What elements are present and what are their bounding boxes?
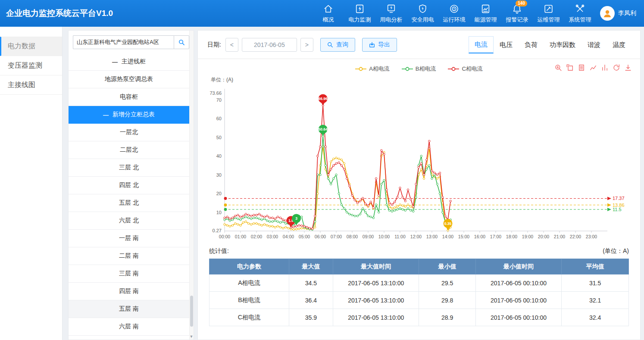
tree-item[interactable]: 二层北 [69, 141, 189, 159]
export-button[interactable]: 导出 [362, 38, 397, 52]
device-tree-panel: —主进线柜地源热泵空调总表电容柜—新增分立柜总表一层北二层北三层 北四层 北五层… [68, 30, 194, 340]
zoom-reset-button[interactable] [566, 64, 573, 73]
search-icon [327, 42, 333, 48]
search-input[interactable] [73, 35, 174, 49]
tree-item-label: 六层 南 [119, 323, 139, 331]
tab-item[interactable]: 负荷 [519, 37, 544, 53]
safe-power-icon [417, 3, 428, 14]
legend-label: C相电流 [462, 65, 482, 73]
date-input[interactable]: 2017-06-05 [242, 38, 297, 52]
table-cell: 31.5 [562, 274, 629, 292]
stats-table: 电力参数最大值最大值时间最小值最小值时间平均值 A相电流34.52017-06-… [209, 259, 629, 326]
legend-marker-icon [402, 67, 413, 71]
tab-item[interactable]: 电流 [469, 36, 494, 53]
nav-item-label: 安全用电 [412, 16, 434, 24]
tab-item[interactable]: 温度 [606, 37, 631, 53]
tree-search-row [73, 35, 189, 49]
nav-item-alarm[interactable]: 140报警记录 [501, 0, 533, 27]
download-icon [625, 64, 631, 71]
svg-text:0.35: 0.35 [444, 221, 452, 226]
table-cell: 32.1 [562, 292, 629, 309]
svg-text:21:00: 21:00 [554, 234, 565, 239]
line-chart-button[interactable] [590, 64, 597, 73]
refresh-button[interactable] [613, 64, 620, 73]
tree-item[interactable]: 六层 北 [69, 212, 189, 230]
legend-item[interactable]: A相电流 [355, 65, 390, 73]
table-cell: 2017-06-05 13:10:00 [333, 274, 419, 292]
top-nav: 概况电力监测用电分析安全用电运行环境能源管理140报警记录运维管理系统管理 [313, 0, 596, 27]
tree-item[interactable]: 一层 南 [69, 230, 189, 247]
svg-text:70: 70 [216, 97, 222, 103]
tree-item[interactable]: 三层 北 [69, 159, 189, 177]
tree-item[interactable]: 地源热泵空调总表 [69, 71, 189, 88]
tree-item[interactable]: 四层 南 [69, 283, 189, 300]
scrollbar-thumb[interactable] [190, 296, 193, 327]
table-header-cell: 最小值 [419, 259, 475, 274]
sidebar-item[interactable]: 变压器监测 [0, 56, 62, 75]
nav-item-safe-power[interactable]: 安全用电 [407, 0, 438, 27]
date-label: 日期: [207, 41, 221, 49]
ops-icon [543, 3, 554, 14]
sidebar-item[interactable]: 主接线图 [0, 75, 62, 95]
collapse-icon[interactable]: — [112, 59, 118, 65]
tree-item[interactable]: 二层 南 [69, 247, 189, 265]
svg-text:01:00: 01:00 [235, 234, 246, 239]
nav-item-system[interactable]: 系统管理 [564, 0, 596, 27]
metric-tabs: 电流电压负荷功率因数谐波温度 [469, 36, 631, 53]
chart-header: A相电流 B相电流 C相电流 [205, 62, 633, 75]
table-cell: 32.4 [562, 309, 629, 326]
scrollbar-down-arrow[interactable]: ▼ [189, 334, 194, 339]
nav-item-power-monitor[interactable]: 电力监测 [344, 0, 375, 27]
data-zoom-button[interactable] [555, 64, 562, 73]
line-chart-icon [590, 64, 597, 71]
table-cell: 2017-06-05 13:10:00 [333, 309, 419, 326]
nav-item-energy[interactable]: 能源管理 [470, 0, 501, 27]
user-name: 李凤利 [618, 9, 636, 17]
data-view-button[interactable] [578, 64, 585, 73]
query-button[interactable]: 查询 [320, 38, 355, 52]
table-row: A相电流34.52017-06-05 13:10:0029.52017-06-0… [209, 274, 629, 292]
table-cell: 29.8 [419, 292, 475, 309]
tab-item[interactable]: 电压 [494, 37, 519, 53]
date-next-button[interactable]: > [300, 38, 313, 52]
table-cell: 36.4 [289, 292, 333, 309]
collapse-icon[interactable]: — [103, 112, 109, 118]
svg-text:11:00: 11:00 [394, 234, 406, 239]
search-button[interactable] [174, 35, 189, 49]
date-prev-button[interactable]: < [225, 38, 238, 52]
nav-item-overview[interactable]: 概况 [313, 0, 344, 27]
nav-item-ops[interactable]: 运维管理 [533, 0, 564, 27]
content-wrap: —主进线柜地源热泵空调总表电容柜—新增分立柜总表一层北二层北三层 北四层 北五层… [63, 27, 644, 340]
avatar [600, 6, 615, 21]
tab-item[interactable]: 谐波 [581, 37, 606, 53]
tree-item[interactable]: —新增分立柜总表 [69, 106, 189, 124]
svg-text:23:00: 23:00 [586, 234, 597, 239]
svg-text:20:00: 20:00 [538, 234, 549, 239]
tree-item[interactable]: 五层 南 [69, 300, 189, 318]
user-menu[interactable]: 李凤利 [596, 0, 644, 27]
legend-item[interactable]: C相电流 [448, 65, 482, 73]
tree-scrollbar[interactable]: ▼ [189, 31, 194, 340]
bar-chart-button[interactable] [601, 64, 608, 73]
tree-item[interactable]: 电容柜 [69, 88, 189, 106]
user-icon [602, 8, 613, 19]
svg-text:66.96: 66.96 [319, 97, 328, 101]
download-button[interactable] [625, 64, 631, 73]
tree-item[interactable]: 一层北 [69, 124, 189, 141]
tree-item[interactable]: 三层 南 [69, 265, 189, 283]
legend-marker-icon [355, 67, 366, 71]
tree-item[interactable]: 六层 南 [69, 318, 189, 336]
tree-item[interactable]: 四层 北 [69, 177, 189, 194]
data-zoom-icon [555, 64, 562, 71]
nav-item-power-analysis[interactable]: 用电分析 [375, 0, 407, 27]
legend-item[interactable]: B相电流 [402, 65, 436, 73]
sidebar-item[interactable]: 电力数据 [0, 37, 62, 56]
svg-text:40: 40 [216, 153, 222, 159]
stats-unit-label: (单位：A) [603, 247, 629, 255]
tree-item[interactable]: 五层 北 [69, 194, 189, 212]
nav-item-environment[interactable]: 运行环境 [438, 0, 470, 27]
tab-item[interactable]: 功率因数 [544, 37, 581, 53]
svg-text:06:00: 06:00 [315, 234, 326, 239]
stats-header: 统计值: (单位：A) [198, 244, 640, 259]
tree-item[interactable]: —主进线柜 [69, 53, 189, 71]
